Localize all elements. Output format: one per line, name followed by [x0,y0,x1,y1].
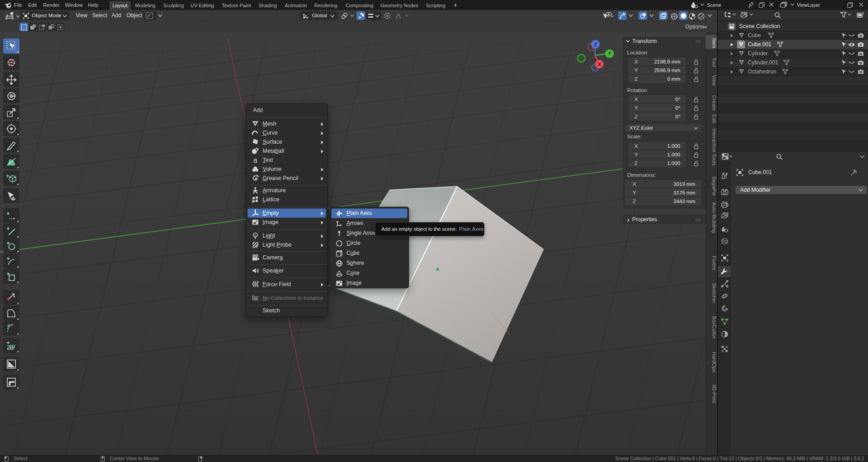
svg-text:a: a [254,156,258,164]
svg-text:Z: Z [594,42,597,47]
svg-text:Y: Y [608,51,611,56]
svg-text:X: X [598,62,601,67]
